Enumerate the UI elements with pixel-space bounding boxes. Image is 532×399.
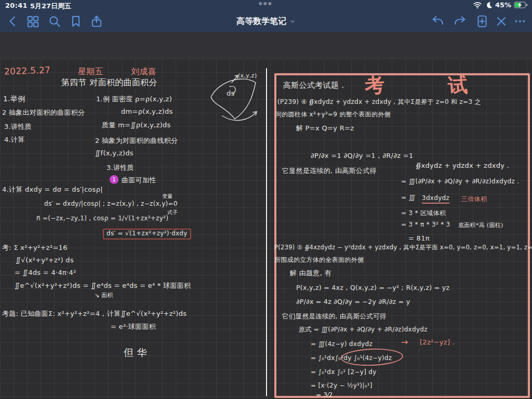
handwriting-line: 考题: 已知曲面Σ: x²+y²+z²=4 , 计算∬e^√(x²+y²+z²)… [2,310,187,318]
handwriting-line: ∯xdydz + ydzdx + zdxdy . [416,162,509,170]
undo-button[interactable] [431,15,445,28]
close-button[interactable] [495,15,508,28]
handwriting-line: 2022.5.27 [4,65,51,77]
handwriting-line: = ∫₀¹dx ∫₀¹ [2−y] dy [311,369,377,376]
handwriting-line: 但 华 [124,347,147,358]
handwriting-line: 曲面可加性 [122,177,156,184]
moon-icon [485,2,493,9]
handwriting-line: 考: Σ x²+y²+z²=16 [2,244,68,252]
handwriting-line: 原式 = ∭(∂P/∂x + ∂Q/∂y + ∂R/∂z)dxdydz [299,326,428,334]
document-title[interactable]: 高等数学笔记 [0,16,532,27]
handwriting-line: = ∭(4z−y) dxdydz [311,341,373,348]
handwriting-line: 1.例 面密度 ρ=ρ(x,y,z) [96,96,172,103]
handwriting-line: = ∫₀¹dx∫₀¹dy ∫₀¹(4z−y)dz [311,355,392,362]
handwriting-line: 4.计算 [4,136,25,144]
handwriting-line: 3dxdydz [422,195,449,204]
handwriting-line: dm=ρ(x,y,z)ds [121,108,173,116]
handwriting-line: = 3 * 区域体积 [401,210,446,217]
handwriting-line: 刘成喜 [131,67,156,76]
status-date: 5月27日周五 [30,2,71,11]
handwriting-line: 变量 [162,193,173,200]
handwriting-line: ∬√(x²+y²+z²) ds [16,257,74,264]
property-number-badge: 1 [110,175,118,184]
handwriting-line: 解 P=x Q=y R=z [296,125,354,132]
handwriting-line: 星期五 [78,67,103,76]
handwriting-line: 间的圆柱体 x²+y²=9 的整个表面的外侧 [275,111,391,118]
handwriting-line: = ∭(∂P/∂x + ∂Q/∂y + ∂R/∂z)dxdydz . [401,178,519,185]
handwriting-line: = [x·(2y − ½y²)|₀¹] [311,382,373,390]
handwriting-line: 质量 m=∬ρ(x,y,z)ds [102,122,171,129]
header-bar: 20:41 5月27日周五 ●●● 45% [0,0,532,32]
chevron-down-icon [289,18,296,24]
battery-percent: 45% [495,1,511,9]
handwriting-line: 2 抽象为对面积的曲线积分 [95,137,178,145]
handwriting-line: 第四节 对面积的曲面积分 [61,78,157,87]
note-canvas[interactable]: 1 2022.5.27星期五刘成喜第四节 对面积的曲面积分1.举例2 抽象出对面… [0,59,532,399]
goodnotes-app-window: 20:41 5月27日周五 ●●● 45% [0,0,532,399]
handwriting-line: 2 抽象出对面积的曲面积分 [2,109,85,117]
handwriting-line: = ∭ [401,194,415,202]
handwriting-line: = 3 * π * 3² * 3 [401,221,450,229]
handwriting-line: 4.计算 dxdy = dσ = ds′|cosρ| [2,186,103,194]
handwriting-line: = 3⁄2 [316,392,333,399]
status-time: 20:41 [5,2,28,9]
surface-sketch [207,70,265,131]
add-page-button[interactable] [475,15,489,28]
handwriting-line: ↘ 面积 [95,292,113,299]
handwriting-line: 考 [364,74,385,98]
handwriting-line: 底面积*高 (圆柱) [458,222,503,229]
handwriting-line: 3.讲性质 [107,164,134,172]
redo-button[interactable] [453,15,467,28]
handwriting-line: 试 [447,74,469,98]
handwriting-line: P(239) ⑤ ∯4xzdydz − y²dzdx + yzdxdy , 其中… [274,244,532,251]
handwriting-line: 三倍体积 [461,196,487,203]
handwriting-line: 它们显然是连续的, 由高斯公式可得 [282,313,387,320]
handwriting-line: P(x,y,z) = 4xz , Q(x,y,z) = −y² ; R(x,y,… [296,284,449,291]
handwriting-line: 解 由题意, 有 [290,270,331,277]
handwriting-line: 它显然是连续的, 由高斯公式得 [282,167,377,175]
wifi-icon [473,2,482,9]
multitasking-indicator: ●●● [259,1,273,6]
status-bar: 20:41 5月27日周五 ●●● 45% [0,0,532,11]
exam-highlight-frame [274,73,530,398]
handwriting-line: = ∬4ds = 4·4π·4² [15,269,76,277]
battery-charging-icon [514,2,528,8]
handwriting-line: → [401,338,408,347]
handwriting-line: = e²·球面面积 [111,323,156,331]
drawing-toolbar [0,32,532,59]
handwriting-line: (P239) ④ ∯xdydz + ydzdx + zdxdy , 其中Σ是界于… [277,99,481,106]
handwriting-line: ds′ = dxdy/|cosρ| ; z=z(x,y) , z−z(x,y)=… [44,201,178,208]
handwriting-line: ∬f(x,y,z)ds [95,150,134,157]
handwriting-line: ∂P/∂x = 4z ∂Q/∂y = −2y ∂R/∂z = y [296,298,410,305]
page-divider-line [266,68,267,396]
handwriting-line: 高斯公式考试题 . [283,81,344,90]
handwriting-line: ∬e^√(x²+y²+z²)ds = ∬e⁴ds = e⁴ds = e⁴ * 球… [15,282,191,290]
handwriting-line: 式子 [167,209,178,216]
handwriting-line: 所围成的立方体的全表面的外侧 [274,257,364,264]
handwriting-line: ds [227,90,235,98]
handwriting-line: ∂P/∂x =1 ∂Q/∂y =1 , ∂R/∂z =1 [311,152,414,160]
handwriting-line: n⃗ =(−zx,−zy,1) , cosρ = 1/√(1+zx²+zy²) [36,215,168,222]
handwriting-line: [2z²−yz] . [420,339,455,347]
handwriting-line: 1.举例 [3,95,25,103]
handwriting-line: = 81π [408,235,430,243]
handwriting-line: 3.讲性质 [4,123,32,131]
handwriting-line: ds′ = √(1+zx²+zy²)·dxdy [103,229,191,240]
more-button[interactable] [513,15,527,28]
handwriting-line: (x,y,z) [238,73,257,79]
